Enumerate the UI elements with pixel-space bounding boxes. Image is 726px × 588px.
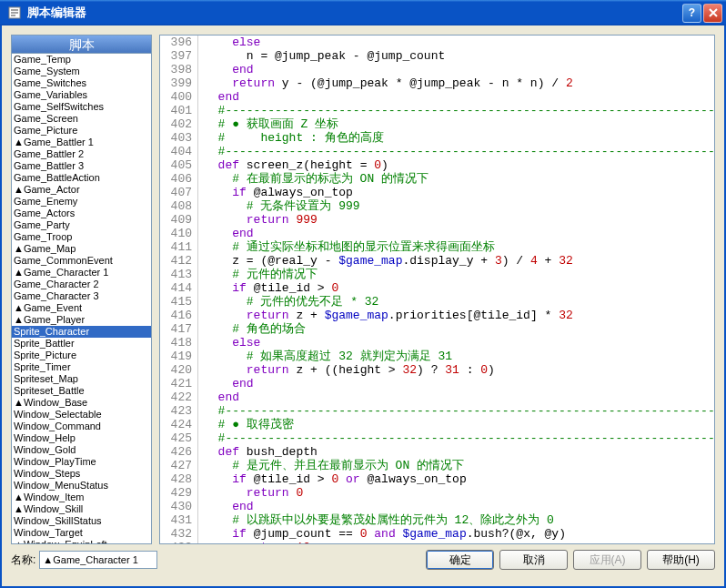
list-item[interactable]: ▲Window_Base [12, 397, 151, 409]
list-item[interactable]: ▲Game_Player [12, 314, 151, 326]
code-line[interactable]: end [204, 63, 714, 76]
list-item[interactable]: Window_SkillStatus [12, 515, 151, 527]
code-line[interactable]: def screen_z(height = 0) [204, 158, 714, 172]
code-line[interactable]: # 角色的场合 [204, 322, 714, 336]
code-line[interactable]: end [204, 90, 714, 104]
code-line[interactable]: else [204, 35, 714, 49]
script-list[interactable]: Game_TempGame_SystemGame_SwitchesGame_Va… [11, 53, 152, 544]
apply-button[interactable]: 应用(A) [573, 550, 641, 570]
code-line[interactable]: # 无条件设置为 999 [204, 199, 714, 213]
list-item[interactable]: Game_BattleAction [12, 172, 151, 184]
code-line[interactable]: #---------------------------------------… [204, 104, 714, 117]
code-line[interactable]: # 通过实际坐标和地图的显示位置来求得画面坐标 [204, 240, 714, 254]
code-line[interactable]: # 以跳跃中以外要是繁茂处属性的元件为 12、除此之外为 0 [204, 513, 714, 527]
name-input[interactable] [39, 551, 157, 569]
list-item[interactable]: Game_System [12, 66, 151, 77]
list-item[interactable]: Game_CommonEvent [12, 255, 151, 267]
app-icon [7, 5, 22, 20]
list-item[interactable]: Game_Battler 3 [12, 160, 151, 172]
footer-row: 名称: 确定 取消 应用(A) 帮助(H) [11, 550, 715, 570]
script-list-header: 脚本 [11, 35, 152, 53]
code-line[interactable]: # 元件的优先不足 * 32 [204, 295, 714, 309]
code-line[interactable]: if @tile_id > 0 or @always_on_top [204, 472, 714, 486]
list-item[interactable]: Spriteset_Battle [12, 385, 151, 397]
list-item[interactable]: ▲Game_Character 1 [12, 267, 151, 279]
list-item[interactable]: Game_Screen [12, 113, 151, 125]
code-line[interactable]: # 是元件、并且在最前显示为 ON 的情况下 [204, 459, 714, 472]
list-item[interactable]: Sprite_Battler [12, 338, 151, 350]
code-line[interactable]: # height : 角色的高度 [204, 131, 714, 145]
list-item[interactable]: Game_Character 3 [12, 290, 151, 302]
client-area: 脚本 Game_TempGame_SystemGame_SwitchesGame… [0, 25, 726, 588]
list-item[interactable]: Window_PlayTime [12, 456, 151, 468]
code-line[interactable]: # 如果高度超过 32 就判定为满足 31 [204, 350, 714, 363]
list-item[interactable]: Window_Target [12, 527, 151, 539]
help-button[interactable]: 帮助(H) [647, 550, 715, 570]
list-item[interactable]: Game_Variables [12, 89, 151, 101]
code-line[interactable]: end [204, 390, 714, 404]
code-line[interactable]: if @jump_count == 0 and $game_map.bush?(… [204, 527, 714, 541]
list-item[interactable]: Spriteset_Map [12, 373, 151, 385]
code-line[interactable]: return 999 [204, 213, 714, 227]
code-line[interactable]: if @always_on_top [204, 186, 714, 199]
code-line[interactable]: #---------------------------------------… [204, 431, 714, 445]
list-item[interactable]: Game_Character 2 [12, 279, 151, 290]
titlebar-help-button[interactable]: ? [682, 4, 701, 23]
list-item[interactable]: ▲Window_EquipLeft [12, 539, 151, 544]
code-line[interactable]: if @tile_id > 0 [204, 281, 714, 295]
list-item[interactable]: Window_Selectable [12, 409, 151, 421]
list-item[interactable]: ▲Game_Event [12, 302, 151, 314]
cancel-button[interactable]: 取消 [499, 550, 568, 570]
list-item[interactable]: Sprite_Picture [12, 350, 151, 361]
code-line[interactable]: return z + ((height > 32) ? 31 : 0) [204, 363, 714, 377]
list-item[interactable]: ▲Window_Item [12, 492, 151, 503]
list-item[interactable]: Game_Actors [12, 208, 151, 219]
list-item[interactable]: Game_SelfSwitches [12, 101, 151, 113]
code-line[interactable]: end [204, 377, 714, 390]
code-line[interactable]: n = @jump_peak - @jump_count [204, 49, 714, 63]
list-item[interactable]: Game_Party [12, 219, 151, 231]
code-line[interactable]: # 元件的情况下 [204, 268, 714, 281]
code-line[interactable]: return z + $game_map.priorities[@tile_id… [204, 309, 714, 322]
list-item[interactable]: Sprite_Timer [12, 361, 151, 373]
name-label: 名称: [11, 553, 35, 568]
code-line[interactable]: z = (@real_y - $game_map.display_y + 3) … [204, 254, 714, 268]
list-item[interactable]: Game_Battler 2 [12, 148, 151, 160]
code-line[interactable]: # ● 获取画面 Z 坐标 [204, 117, 714, 131]
titlebar: 脚本编辑器 ? [0, 0, 726, 25]
list-item[interactable]: Window_Command [12, 421, 151, 432]
code-line[interactable]: return y - (@jump_peak * @jump_peak - n … [204, 76, 714, 90]
code-line[interactable]: #---------------------------------------… [204, 145, 714, 158]
titlebar-close-button[interactable] [703, 4, 722, 23]
list-item[interactable]: ▲Game_Map [12, 243, 151, 255]
list-item[interactable]: ▲Window_Skill [12, 503, 151, 515]
list-item[interactable]: Game_Enemy [12, 196, 151, 208]
window-title: 脚本编辑器 [27, 5, 682, 21]
code-line[interactable]: return 12 [204, 541, 714, 543]
code-line[interactable]: end [204, 500, 714, 513]
code-line[interactable]: # ● 取得茂密 [204, 418, 714, 431]
list-item[interactable]: Game_Picture [12, 125, 151, 137]
code-body[interactable]: else n = @jump_peak - @jump_count end re… [198, 35, 714, 543]
code-line[interactable]: # 在最前显示的标志为 ON 的情况下 [204, 172, 714, 186]
code-line[interactable]: def bush_depth [204, 445, 714, 459]
line-number-gutter: 3963973983994004014024034044054064074084… [160, 35, 198, 543]
code-line[interactable]: return 0 [204, 486, 714, 500]
script-list-panel: 脚本 Game_TempGame_SystemGame_SwitchesGame… [11, 35, 152, 544]
code-line[interactable]: else [204, 336, 714, 350]
list-item[interactable]: Game_Switches [12, 77, 151, 89]
list-item[interactable]: Game_Temp [12, 54, 151, 66]
list-item[interactable]: ▲Game_Battler 1 [12, 137, 151, 148]
list-item[interactable]: Sprite_Character [12, 326, 151, 338]
list-item[interactable]: ▲Game_Actor [12, 184, 151, 196]
code-line[interactable]: #---------------------------------------… [204, 404, 714, 418]
code-line[interactable]: end [204, 227, 714, 240]
list-item[interactable]: Window_Gold [12, 444, 151, 456]
code-editor[interactable]: 3963973983994004014024034044054064074084… [159, 35, 715, 544]
list-item[interactable]: Window_Steps [12, 468, 151, 480]
list-item[interactable]: Game_Troop [12, 231, 151, 243]
list-item[interactable]: Window_MenuStatus [12, 480, 151, 492]
list-item[interactable]: Window_Help [12, 432, 151, 444]
ok-button[interactable]: 确定 [426, 550, 494, 570]
